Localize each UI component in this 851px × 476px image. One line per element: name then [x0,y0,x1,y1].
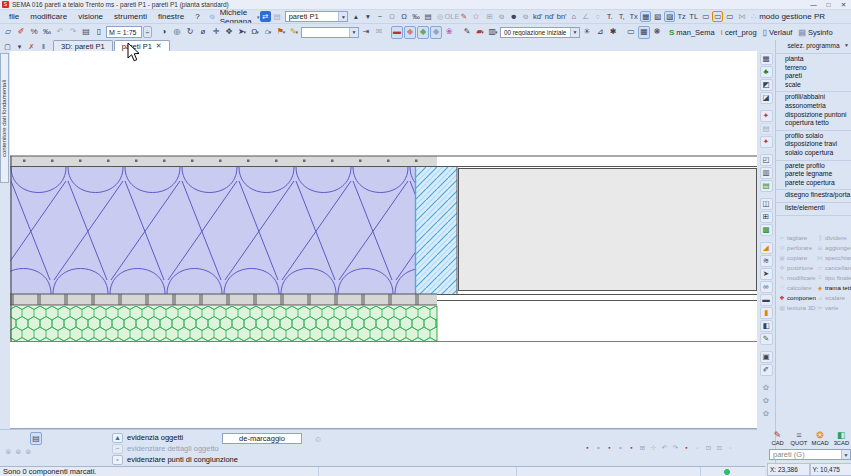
scale-spinner-icon[interactable]: ÷ [143,26,152,38]
new-sheet-icon[interactable]: ▯ [93,26,105,39]
program-select-header[interactable]: selez. programma ▼ [776,40,851,50]
sidebar-item-parete-copertura[interactable]: parete copertura [776,179,851,188]
tab-pareti-p1[interactable]: pareti P1✕ [114,40,170,51]
sidebar-item-parete-profilo[interactable]: parete profilo [776,162,851,171]
plan-selector-combo[interactable]: pareti P1 ▼ [285,11,349,22]
sidebar-item-parete-legname[interactable]: parete legname [776,170,851,179]
grid-plus-icon[interactable]: ⊞ [484,11,495,22]
marker-b-icon[interactable]: ✦ [760,136,773,148]
chevron-down-icon[interactable]: ▼ [841,450,850,459]
menu-strumenti[interactable]: strumenti [109,12,152,21]
roof-shape-icon[interactable]: ⌂ [568,11,579,22]
ole-icon[interactable]: OLE [446,11,457,22]
menu-[interactable]: ? [190,12,204,21]
data-container-tab[interactable]: contenitore dati fondamentali [0,53,9,183]
percent-up-icon[interactable]: % [28,26,40,39]
frame-white-icon[interactable]: ▣ [760,351,773,363]
collapse-icon[interactable]: − [374,11,385,22]
viewport-icon[interactable]: ▢ [2,41,13,51]
option-evidenziare-punti-di[interactable]: ▫evidenziare punti di congiunzione [112,454,238,465]
snap-b-icon[interactable]: ∴ [748,11,759,22]
clipboard-icon[interactable]: ▤ [422,11,433,22]
cursor-icon[interactable]: ➤▾ [236,26,248,39]
plan-3d-icon[interactable]: ▦ [760,53,773,65]
roof-left-icon[interactable]: ◩ [760,79,773,91]
sidebar-item-disegno-finestra-porta[interactable]: disegno finestra/porta [776,191,851,200]
mini-dot-b-icon[interactable]: ◦ [726,444,735,453]
split-view-icon[interactable]: ‖ [38,41,49,51]
flower-icon[interactable]: ✿ [470,11,481,22]
mark-set-icon[interactable]: ▪ [627,444,636,453]
pan-icon[interactable]: ✛ [210,26,222,39]
beam-t1-icon[interactable]: T. [604,11,615,22]
mini-cross-icon[interactable]: ⊹ [649,444,658,453]
sidebar-item-assonometria[interactable]: assonometria [776,102,851,111]
link-chain-icon[interactable]: ∞ [760,281,773,293]
percent-down-icon[interactable]: ‰ [41,26,53,39]
wall-a-icon[interactable]: ▭ [700,11,711,22]
print-icon[interactable]: ▤ [80,26,92,39]
mini-mark-icon[interactable]: ▪ [682,444,691,453]
redo-icon[interactable]: ↷ [67,26,79,39]
highlight-tool-icon[interactable]: ▤ [30,432,42,445]
send-back-icon[interactable]: ⇥ [360,26,372,39]
select-all-icon[interactable]: ▨ [664,11,675,22]
lock-open-icon[interactable]: Ω [386,11,397,22]
nav-down-icon[interactable]: ▾ [362,11,373,22]
mail-icon[interactable]: ✉ [373,26,385,39]
kd-node-icon[interactable]: kd' [532,11,543,22]
refresh-icon[interactable]: ↻ [184,26,196,39]
beam-h-icon[interactable]: ▬ [760,294,773,306]
layer-dim-icon[interactable]: ◆ [404,26,416,39]
menu-file[interactable]: file [4,12,24,21]
layer-combo[interactable]: pareti (G) ▼ [769,449,851,460]
flag-icon[interactable]: ⚑▾ [275,26,287,39]
brush-b-icon[interactable]: ✐ [760,364,773,376]
cad-button-3cad[interactable]: ◧3CAD [831,430,851,446]
demark-button[interactable]: de-marcaggio [222,433,302,444]
sidebar-item-pareti[interactable]: pareti [776,72,851,81]
beam-t2-icon[interactable]: T, [616,11,627,22]
columns-icon[interactable]: ▥▾ [487,26,499,39]
open-folder-icon[interactable]: ▱ [2,26,14,39]
mini-sel-b-icon[interactable]: ⊡ [715,444,724,453]
mark-tl-icon[interactable]: TL [688,11,699,22]
lock-select-icon[interactable]: Ω▾ [249,26,261,39]
draw-pencil-icon[interactable]: ✎ [760,333,773,345]
state-3-icon[interactable]: ⊜ [24,447,33,456]
shade-icon[interactable]: ◑ [158,26,170,39]
layer-gray-icon[interactable]: ◆ [430,26,442,39]
terrain-icon[interactable]: ♣ [760,66,773,78]
mark-back-icon[interactable]: ▪ [583,444,592,453]
snap-a-icon[interactable]: ⋈ [736,11,747,22]
measure-icon[interactable]: ⊿ [594,26,606,39]
user-group-icon[interactable]: ☺ [520,11,531,22]
sidebar-item-pianta[interactable]: pianta [776,55,851,64]
pick-arrow-icon[interactable]: ➤ [760,268,773,280]
fx-1-icon[interactable]: ✿ [760,382,773,394]
menu-visione[interactable]: visione [73,12,108,21]
mini-dot-a-icon[interactable]: ◦ [693,444,702,453]
grid-on-icon[interactable]: ▦ [638,26,650,39]
mark-fwd-icon[interactable]: ▪ [605,444,614,453]
mark-tz-icon[interactable]: Tz [676,11,687,22]
wall-fill-icon[interactable]: ▩ [760,224,773,236]
tab-3d--pareti-p1[interactable]: 3D: pareti P1 [53,40,113,51]
render-flower-icon[interactable]: ❀ [443,26,455,39]
sidebar-item-terreno[interactable]: terreno [776,64,851,73]
link-verlauf[interactable]: ▯Verlauf [763,28,793,37]
lock-closed-icon[interactable]: Ω [398,11,409,22]
mini-sel-a-icon[interactable]: ⊡ [704,444,713,453]
sidebar-item-scale[interactable]: scale [776,81,851,90]
marker-red-icon[interactable]: ✐ [15,26,27,39]
menu-finestre[interactable]: finestre [153,12,189,21]
state-2-icon[interactable]: ⊜ [14,447,23,456]
sidebar-item-copertura-tetto[interactable]: copertura tetto [776,119,851,128]
quick-combo[interactable]: ▼ [301,27,359,38]
sidebar-item-profilo-solaio[interactable]: profilo solaio [776,132,851,141]
marker-a-icon[interactable]: ✦ [760,110,773,122]
undo-icon[interactable]: ↶ [54,26,66,39]
chevron-down-icon[interactable]: ▼ [349,28,358,37]
chevron-down-icon[interactable]: ▼ [338,12,347,21]
layer-red-icon[interactable]: ▬ [391,26,403,39]
